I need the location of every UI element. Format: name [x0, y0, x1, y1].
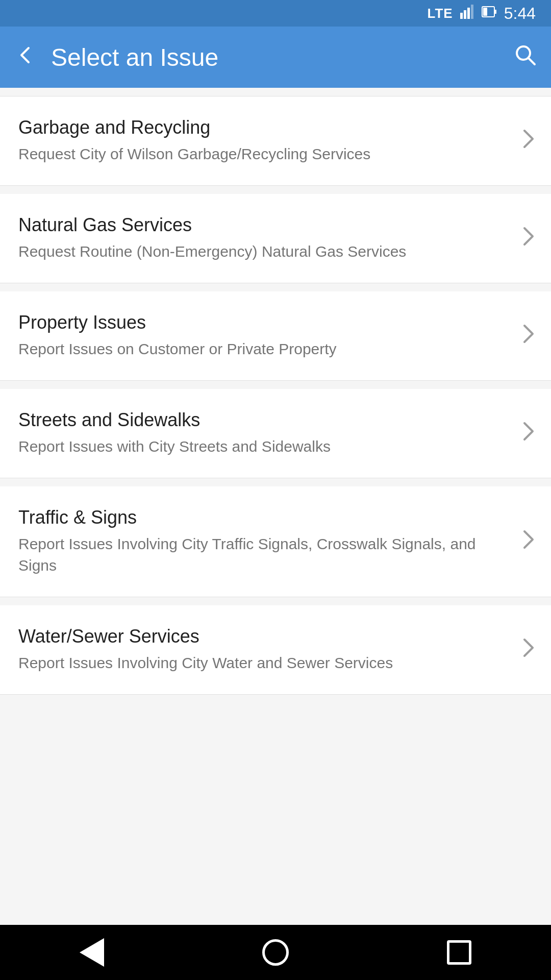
- svg-rect-5: [494, 10, 496, 14]
- recents-nav-button[interactable]: [439, 932, 480, 973]
- list-item-text-3: Streets and Sidewalks Report Issues with…: [18, 409, 511, 457]
- back-nav-button[interactable]: [71, 932, 112, 973]
- search-button[interactable]: [513, 43, 537, 72]
- list-item-subtitle-4: Report Issues Involving City Traffic Sig…: [18, 533, 511, 576]
- svg-line-8: [529, 58, 535, 64]
- home-nav-button[interactable]: [255, 932, 296, 973]
- lte-indicator: LTE: [428, 6, 453, 21]
- list-item-subtitle-3: Report Issues with City Streets and Side…: [18, 436, 511, 457]
- status-icons: LTE 5:44: [428, 4, 536, 23]
- chevron-right-icon: [521, 420, 536, 447]
- svg-rect-0: [460, 13, 463, 19]
- list-item-subtitle-0: Request City of Wilson Garbage/Recycling…: [18, 143, 511, 165]
- list-item-text-2: Property Issues Report Issues on Custome…: [18, 312, 511, 360]
- list-item[interactable]: Traffic & Signs Report Issues Involving …: [0, 486, 551, 597]
- back-button[interactable]: [14, 44, 37, 70]
- list-item-title-4: Traffic & Signs: [18, 507, 511, 528]
- list-item-subtitle-2: Report Issues on Customer or Private Pro…: [18, 338, 511, 360]
- svg-rect-6: [483, 8, 487, 16]
- list-item-title-3: Streets and Sidewalks: [18, 409, 511, 431]
- content-area: Garbage and Recycling Request City of Wi…: [0, 88, 551, 925]
- list-item-title-0: Garbage and Recycling: [18, 117, 511, 138]
- list-item-text-1: Natural Gas Services Request Routine (No…: [18, 214, 511, 262]
- list-item[interactable]: Natural Gas Services Request Routine (No…: [0, 194, 551, 283]
- bottom-navigation: [0, 925, 551, 980]
- list-item-subtitle-1: Request Routine (Non-Emergency) Natural …: [18, 241, 511, 262]
- list-item-title-1: Natural Gas Services: [18, 214, 511, 236]
- chevron-right-icon: [521, 528, 536, 555]
- signal-icon: [460, 5, 474, 22]
- list-item-text-5: Water/Sewer Services Report Issues Invol…: [18, 626, 511, 674]
- status-bar: LTE 5:44: [0, 0, 551, 27]
- list-item[interactable]: Streets and Sidewalks Report Issues with…: [0, 389, 551, 478]
- chevron-right-icon: [521, 323, 536, 350]
- svg-rect-2: [467, 8, 470, 19]
- list-item-title-5: Water/Sewer Services: [18, 626, 511, 647]
- svg-rect-3: [471, 5, 473, 19]
- chevron-right-icon: [521, 636, 536, 664]
- list-item-text-0: Garbage and Recycling Request City of Wi…: [18, 117, 511, 165]
- list-item-title-2: Property Issues: [18, 312, 511, 333]
- chevron-right-icon: [521, 225, 536, 252]
- svg-rect-1: [464, 10, 466, 19]
- chevron-right-icon: [521, 128, 536, 155]
- list-item[interactable]: Garbage and Recycling Request City of Wi…: [0, 96, 551, 186]
- app-bar: Select an Issue: [0, 27, 551, 88]
- battery-icon: [482, 5, 497, 22]
- list-item[interactable]: Property Issues Report Issues on Custome…: [0, 291, 551, 381]
- clock: 5:44: [504, 4, 536, 23]
- list-item[interactable]: Water/Sewer Services Report Issues Invol…: [0, 605, 551, 695]
- list-item-subtitle-5: Report Issues Involving City Water and S…: [18, 652, 511, 674]
- page-title: Select an Issue: [51, 43, 513, 71]
- list-item-text-4: Traffic & Signs Report Issues Involving …: [18, 507, 511, 576]
